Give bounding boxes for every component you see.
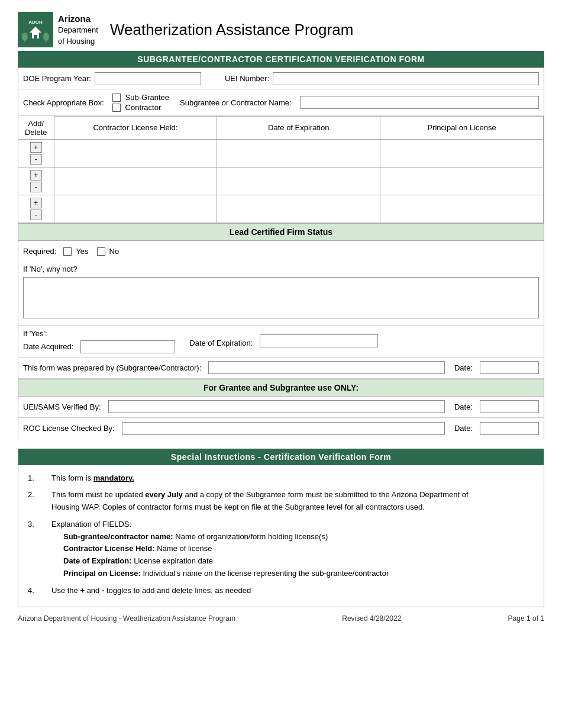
date-exp-1-input[interactable]	[221, 149, 376, 157]
if-yes-label: If 'Yes':	[23, 329, 175, 338]
adoh-logo-icon: ADOH	[18, 12, 53, 47]
sub-grantee-checkbox[interactable]	[112, 94, 121, 102]
instr-content-3: Explanation of FIELDS: Sub-grantee/contr…	[51, 518, 389, 580]
date-acquired-label: Date Acquired:	[23, 342, 73, 351]
svg-point-7	[43, 33, 49, 41]
principal-3-input[interactable]	[384, 204, 540, 213]
instr-content-4: Use the + and - toggles to add and delet…	[51, 585, 251, 597]
form-title-banner: SUBGRANTEE/CONTRACTOR CERTIFICATION VERI…	[18, 51, 544, 67]
subgrantee-name-label: Subgrantee or Contractor Name:	[180, 98, 292, 107]
license-table: Add/Delete Contractor License Held: Date…	[18, 116, 544, 223]
footer-right: Page 1 of 1	[508, 614, 544, 623]
instructions-content: 1. This form is mandatory. 2. This form …	[18, 465, 544, 607]
required-label: Required:	[23, 247, 56, 256]
license-held-2-input[interactable]	[58, 176, 214, 185]
logo-text: Arizona Department of Housing	[58, 12, 98, 46]
uei-sams-row: UEI/SAMS Verified By: Date:	[18, 397, 544, 418]
no-label: No	[109, 247, 119, 256]
instr-content-2: This form must be updated every July and…	[51, 489, 469, 514]
uei-sams-label: UEI/SAMS Verified By:	[23, 402, 101, 411]
contractor-option[interactable]: Contractor	[112, 103, 169, 112]
check-box-label: Check Appropriate Box:	[23, 98, 104, 107]
every-july-bold: every July	[145, 490, 183, 499]
instruction-item-1: 1. This form is mandatory.	[28, 472, 534, 485]
uei-date-input[interactable]	[480, 400, 539, 413]
footer-center: Revised 4/28/2022	[342, 614, 401, 623]
table-row: + -	[18, 167, 544, 195]
doe-uei-row: DOE Program Year: UEI Number:	[18, 68, 544, 89]
no-option[interactable]: No	[97, 247, 119, 256]
del-row-1-button[interactable]: -	[30, 154, 42, 165]
roc-label: ROC License Checked By:	[23, 424, 115, 433]
col-add-delete: Add/Delete	[18, 117, 54, 140]
uei-date-label: Date:	[454, 402, 473, 411]
grantee-section-header: For Grantee and Subgrantee use ONLY:	[18, 379, 544, 397]
date-exp-3-input[interactable]	[221, 204, 376, 213]
sub-grantee-option[interactable]: Sub-Grantee	[112, 93, 169, 102]
yes-checkbox[interactable]	[63, 247, 72, 256]
minus-symbol: -	[102, 586, 104, 595]
prepared-date-input[interactable]	[480, 361, 539, 374]
col-principal: Principal on License	[380, 117, 544, 140]
if-yes-row: If 'Yes': Date Acquired: Date of Expirat…	[18, 326, 544, 357]
if-no-textarea[interactable]	[23, 277, 539, 318]
field-def-3: Date of Expiration: License expiration d…	[63, 555, 389, 568]
instructions-title: Special Instructions - Certification Ver…	[18, 449, 544, 465]
main-title: Weatherization Assistance Program	[110, 21, 353, 39]
doe-program-year-input[interactable]	[95, 72, 201, 85]
roc-date-input[interactable]	[480, 422, 539, 435]
if-no-label-row: If 'No', why not?	[18, 262, 544, 275]
instruction-item-2: 2. This form must be updated every July …	[28, 489, 534, 514]
principal-1-input[interactable]	[384, 149, 540, 157]
mandatory-text: mandatory.	[93, 473, 134, 482]
instructions-section: Special Instructions - Certification Ver…	[18, 449, 544, 607]
prepared-by-input[interactable]	[208, 361, 445, 374]
roc-row: ROC License Checked By: Date:	[18, 418, 544, 439]
if-no-textarea-row	[18, 275, 544, 326]
uei-sams-input[interactable]	[108, 400, 445, 413]
uei-number-input[interactable]	[273, 72, 539, 85]
logo-box: ADOH Arizona Department of Housing	[18, 12, 98, 47]
add-row-3-button[interactable]: +	[30, 198, 42, 208]
field-def-4: Principal on License: Individual's name …	[63, 568, 389, 580]
yes-option[interactable]: Yes	[63, 247, 88, 256]
required-row: Required: Yes No	[18, 241, 544, 262]
date-expiration-input[interactable]	[260, 334, 378, 347]
no-checkbox[interactable]	[97, 247, 105, 256]
add-row-2-button[interactable]: +	[30, 170, 42, 181]
date-acquired-input[interactable]	[80, 340, 175, 353]
instruction-item-4: 4. Use the + and - toggles to add and de…	[28, 585, 534, 597]
table-row: + -	[18, 195, 544, 223]
instr-content-1: This form is mandatory.	[51, 472, 134, 485]
date-exp-2-input[interactable]	[221, 176, 376, 185]
col-date-expiration: Date of Expiration	[217, 117, 380, 140]
roc-date-label: Date:	[454, 424, 473, 433]
svg-rect-6	[24, 41, 25, 43]
add-row-1-button[interactable]: +	[30, 142, 42, 153]
field-def-2: Contractor License Held: Name of license	[63, 543, 389, 555]
footer-left: Arizona Department of Housing - Weatheri…	[18, 614, 235, 623]
if-no-label: If 'No', why not?	[23, 265, 77, 273]
principal-2-input[interactable]	[384, 176, 540, 185]
svg-point-5	[22, 33, 28, 41]
instr-num-4: 4.	[28, 585, 51, 597]
form-body: DOE Program Year: UEI Number: Check Appr…	[18, 67, 544, 439]
plus-symbol: +	[80, 586, 85, 595]
roc-input[interactable]	[122, 422, 445, 435]
del-row-2-button[interactable]: -	[30, 182, 42, 192]
license-held-3-input[interactable]	[58, 204, 214, 213]
field-def-1: Sub-grantee/contractor name: Name of org…	[63, 531, 389, 543]
uei-label: UEI Number:	[225, 74, 269, 83]
col-license-held: Contractor License Held:	[54, 117, 217, 140]
license-held-1-input[interactable]	[58, 149, 214, 157]
yes-label: Yes	[76, 247, 88, 256]
prepared-date-label: Date:	[454, 363, 473, 372]
doe-label: DOE Program Year:	[23, 74, 91, 83]
subgrantee-name-input[interactable]	[300, 96, 539, 109]
lead-section-header: Lead Certified Firm Status	[18, 223, 544, 241]
check-box-row: Check Appropriate Box: Sub-Grantee Contr…	[18, 89, 544, 116]
svg-rect-4	[34, 35, 37, 38]
del-row-3-button[interactable]: -	[30, 210, 42, 220]
contractor-checkbox[interactable]	[112, 104, 121, 112]
instruction-item-3: 3. Explanation of FIELDS: Sub-grantee/co…	[28, 518, 534, 580]
